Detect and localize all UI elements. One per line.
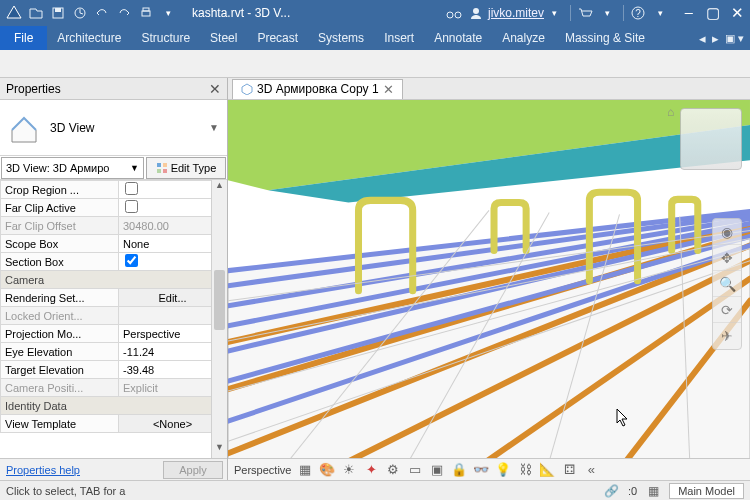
properties-panel: Properties ✕ 3D View ▼ 3D View: 3D Армир… bbox=[0, 78, 228, 480]
title-bar: ▾ kashta.rvt - 3D V... jivko.mitev ▾ ▾ ?… bbox=[0, 0, 750, 26]
print-icon[interactable] bbox=[136, 3, 156, 23]
svg-text:?: ? bbox=[635, 8, 641, 19]
fullnav-icon[interactable]: ◉ bbox=[713, 219, 741, 245]
home-icon[interactable]: ⌂ bbox=[667, 105, 674, 119]
ribbon-scroll-right-icon[interactable]: ▸ bbox=[712, 31, 719, 46]
type-name: 3D View bbox=[50, 121, 199, 135]
ribbon-collapse-icon[interactable]: ▣ ▾ bbox=[725, 32, 744, 45]
type-dropdown-icon[interactable]: ▼ bbox=[209, 122, 219, 133]
analytical-icon[interactable]: 📐 bbox=[539, 462, 555, 478]
category-camera: Camera bbox=[1, 271, 227, 289]
svg-rect-12 bbox=[157, 169, 161, 173]
select-link-icon[interactable]: 🔗 bbox=[604, 484, 620, 498]
tab-insert[interactable]: Insert bbox=[374, 26, 424, 50]
reveal-filter-icon[interactable]: ⚃ bbox=[561, 462, 577, 478]
orbit-icon[interactable]: ⟳ bbox=[713, 297, 741, 323]
close-button[interactable]: ✕ bbox=[728, 4, 746, 22]
properties-grid: Crop Region ... Far Clip Active Far Clip… bbox=[0, 180, 227, 458]
reveal-icon[interactable]: 💡 bbox=[495, 462, 511, 478]
open-icon[interactable] bbox=[26, 3, 46, 23]
constraints-icon[interactable]: ⛓ bbox=[517, 462, 533, 478]
scroll-up-icon[interactable]: ▲ bbox=[212, 180, 227, 196]
tab-analyze[interactable]: Analyze bbox=[492, 26, 555, 50]
tab-massing[interactable]: Massing & Site bbox=[555, 26, 655, 50]
main-model-combo[interactable]: Main Model bbox=[669, 483, 744, 499]
tab-precast[interactable]: Precast bbox=[247, 26, 308, 50]
detail-level-icon[interactable]: ▦ bbox=[297, 462, 313, 478]
tab-structure[interactable]: Structure bbox=[131, 26, 200, 50]
more-icon[interactable]: « bbox=[583, 462, 599, 478]
maximize-button[interactable]: ▢ bbox=[704, 4, 722, 22]
prop-label: Projection Mo... bbox=[1, 325, 119, 343]
view-tab[interactable]: 3D Армировка Copy 1 ✕ bbox=[232, 79, 403, 99]
document-title: kashta.rvt - 3D V... bbox=[192, 6, 290, 20]
instance-filter-combo[interactable]: 3D View: 3D Армиро ▼ bbox=[1, 157, 144, 179]
svg-point-5 bbox=[447, 12, 453, 18]
svg-point-6 bbox=[455, 12, 461, 18]
crop-visible-icon[interactable]: ▣ bbox=[429, 462, 445, 478]
sync-icon[interactable] bbox=[70, 3, 90, 23]
paperplane-icon[interactable]: ✈ bbox=[713, 323, 741, 349]
view-tab-bar: 3D Армировка Copy 1 ✕ bbox=[228, 78, 750, 100]
navigation-bar: ◉ ✥ 🔍 ⟳ ✈ bbox=[712, 218, 742, 350]
minimize-button[interactable]: ‒ bbox=[680, 4, 698, 22]
svg-rect-10 bbox=[157, 163, 161, 167]
help-dropdown-icon[interactable]: ▾ bbox=[650, 3, 670, 23]
svg-rect-11 bbox=[163, 163, 167, 167]
qat-dropdown-icon[interactable]: ▾ bbox=[158, 3, 178, 23]
tab-architecture[interactable]: Architecture bbox=[47, 26, 131, 50]
shadows-icon[interactable]: ✦ bbox=[363, 462, 379, 478]
temp-hide-icon[interactable]: 👓 bbox=[473, 462, 489, 478]
app-logo-icon[interactable] bbox=[4, 3, 24, 23]
user-icon[interactable] bbox=[466, 3, 486, 23]
main-model-label: Main Model bbox=[678, 485, 735, 497]
ribbon-scroll-left-icon[interactable]: ◂ bbox=[699, 31, 706, 46]
save-icon[interactable] bbox=[48, 3, 68, 23]
view-control-bar: Perspective ▦ 🎨 ☀ ✦ ⚙ ▭ ▣ 🔒 👓 💡 ⛓ 📐 ⚃ « bbox=[228, 458, 750, 480]
binoculars-icon[interactable] bbox=[444, 3, 464, 23]
cart-dropdown-icon[interactable]: ▾ bbox=[597, 3, 617, 23]
edit-type-button[interactable]: Edit Type bbox=[146, 157, 226, 179]
worksets-icon[interactable]: ▦ bbox=[645, 484, 661, 498]
crop-icon[interactable]: ▭ bbox=[407, 462, 423, 478]
visual-style-icon[interactable]: 🎨 bbox=[319, 462, 335, 478]
prop-label: Rendering Set... bbox=[1, 289, 119, 307]
user-name[interactable]: jivko.mitev bbox=[488, 6, 544, 20]
properties-scrollbar[interactable]: ▲ ▼ bbox=[211, 180, 227, 458]
lock-icon[interactable]: 🔒 bbox=[451, 462, 467, 478]
tab-systems[interactable]: Systems bbox=[308, 26, 374, 50]
scale-label[interactable]: Perspective bbox=[234, 464, 291, 476]
section-box-checkbox[interactable] bbox=[125, 254, 138, 267]
sun-path-icon[interactable]: ☀ bbox=[341, 462, 357, 478]
view-tab-close-icon[interactable]: ✕ bbox=[383, 82, 394, 97]
crop-region-checkbox[interactable] bbox=[125, 182, 138, 195]
scroll-down-icon[interactable]: ▼ bbox=[212, 442, 227, 458]
main-area: Properties ✕ 3D View ▼ 3D View: 3D Армир… bbox=[0, 78, 750, 480]
edit-type-label: Edit Type bbox=[171, 162, 217, 174]
prop-label: Crop Region ... bbox=[1, 181, 119, 199]
apply-button[interactable]: Apply bbox=[163, 461, 223, 479]
scroll-thumb[interactable] bbox=[214, 270, 225, 330]
redo-icon[interactable] bbox=[114, 3, 134, 23]
properties-header: Properties ✕ bbox=[0, 78, 227, 100]
instance-filter-text: 3D View: 3D Армиро bbox=[6, 162, 109, 174]
user-dropdown-icon[interactable]: ▾ bbox=[544, 3, 564, 23]
file-menu[interactable]: File bbox=[0, 26, 47, 50]
tab-steel[interactable]: Steel bbox=[200, 26, 247, 50]
far-clip-checkbox[interactable] bbox=[125, 200, 138, 213]
zoom-icon[interactable]: 🔍 bbox=[713, 271, 741, 297]
prop-label: Scope Box bbox=[1, 235, 119, 253]
viewcube[interactable]: ⌂ bbox=[680, 108, 742, 170]
properties-close-icon[interactable]: ✕ bbox=[209, 81, 221, 97]
undo-icon[interactable] bbox=[92, 3, 112, 23]
cart-icon[interactable] bbox=[575, 3, 595, 23]
pan-icon[interactable]: ✥ bbox=[713, 245, 741, 271]
rendering-icon[interactable]: ⚙ bbox=[385, 462, 401, 478]
type-selector[interactable]: 3D View ▼ bbox=[0, 100, 227, 156]
view-tab-label: 3D Армировка Copy 1 bbox=[257, 82, 379, 96]
viewport[interactable]: ⌂ ◉ ✥ 🔍 ⟳ ✈ bbox=[228, 100, 750, 458]
ribbon-panel-strip bbox=[0, 50, 750, 78]
properties-help-link[interactable]: Properties help bbox=[0, 464, 163, 476]
tab-annotate[interactable]: Annotate bbox=[424, 26, 492, 50]
help-icon[interactable]: ? bbox=[628, 3, 648, 23]
